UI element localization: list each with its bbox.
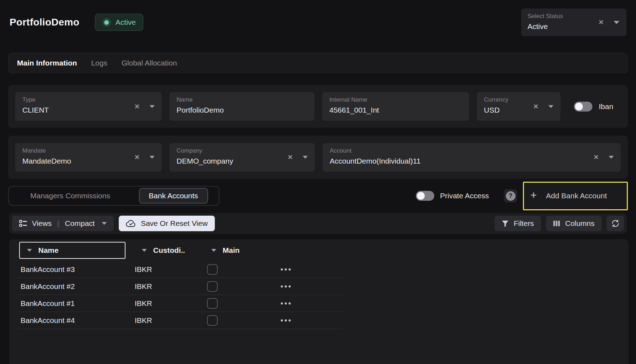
- company-select[interactable]: Company DEMO_company ✕: [169, 143, 315, 172]
- views-icon: [19, 220, 27, 227]
- field-label: Account: [330, 147, 578, 154]
- cell-custodian: IBKR: [135, 299, 207, 308]
- field-label: Mandate: [22, 147, 119, 154]
- save-or-reset-view-label: Save Or Reset View: [141, 219, 208, 228]
- column-header-label: Main: [223, 246, 240, 255]
- currency-select[interactable]: Currency USD ✕: [477, 92, 560, 121]
- cell-custodian: IBKR: [135, 316, 207, 325]
- column-header-main[interactable]: Main: [207, 246, 240, 255]
- column-header-name[interactable]: Name: [19, 242, 125, 259]
- views-mode-value: Compact: [65, 219, 95, 228]
- field-label: Name: [177, 96, 272, 103]
- cell-name: BankAccount #1: [21, 299, 135, 308]
- cloud-check-icon: [126, 220, 136, 228]
- clear-icon[interactable]: ✕: [134, 154, 140, 160]
- chevron-down-icon[interactable]: [150, 105, 155, 108]
- save-or-reset-view-button[interactable]: Save Or Reset View: [119, 216, 215, 231]
- private-access-toggle[interactable]: [416, 191, 434, 201]
- tab-main-information[interactable]: Main Information: [17, 59, 77, 67]
- refresh-button[interactable]: [607, 216, 624, 231]
- add-bank-account-button[interactable]: + Add Bank Account: [523, 182, 628, 210]
- tab-global-allocation[interactable]: Global Allocation: [122, 59, 177, 67]
- row-actions-menu[interactable]: [281, 302, 291, 305]
- field-value: AccountDemo(Individual)11: [330, 157, 578, 165]
- table-row[interactable]: BankAccount #1 IBKR: [16, 295, 343, 312]
- chevron-down-icon[interactable]: [150, 156, 155, 159]
- section-actions: Private Access ? + Add Bank Account: [416, 182, 628, 210]
- add-bank-account-label: Add Bank Account: [546, 192, 607, 200]
- table-row[interactable]: BankAccount #3 IBKR: [16, 261, 343, 278]
- clear-icon[interactable]: ✕: [533, 103, 539, 110]
- section-row: Managers Commissions Bank Accounts Priva…: [8, 183, 628, 208]
- main-tabbar: Main Information Logs Global Allocation: [8, 53, 628, 73]
- tab-logs[interactable]: Logs: [91, 59, 107, 67]
- cell-custodian: IBKR: [135, 282, 207, 291]
- filters-label: Filters: [514, 219, 534, 228]
- chevron-down-icon[interactable]: [548, 105, 553, 108]
- views-dropdown-button[interactable]: Views | Compact: [12, 216, 114, 231]
- field-label: Currency: [484, 96, 518, 103]
- column-menu-icon[interactable]: [27, 249, 32, 252]
- bank-accounts-table: Name Custodi.. Main BankAccount #3 IBKR …: [9, 239, 629, 364]
- toolbar-right-group: Filters Columns: [495, 216, 624, 231]
- field-value: MandateDemo: [22, 157, 119, 165]
- clear-icon[interactable]: ✕: [288, 154, 293, 160]
- field-value: PortfolioDemo: [177, 106, 272, 114]
- cell-name: BankAccount #3: [21, 265, 135, 274]
- cell-name: BankAccount #2: [21, 282, 135, 291]
- clear-icon[interactable]: ✕: [134, 103, 140, 110]
- column-menu-icon[interactable]: [211, 249, 216, 252]
- iban-label: Iban: [599, 102, 613, 111]
- tab-bank-accounts[interactable]: Bank Accounts: [139, 188, 208, 204]
- field-value: DEMO_company: [177, 157, 272, 165]
- status-filter-label: Select Status: [528, 13, 620, 20]
- filters-button[interactable]: Filters: [495, 216, 541, 231]
- main-checkbox[interactable]: [207, 264, 218, 275]
- internal-name-field[interactable]: Internal Name 45661_001_Int: [322, 92, 469, 121]
- filter-icon: [502, 220, 509, 227]
- section-tab-group: Managers Commissions Bank Accounts: [8, 186, 219, 206]
- chevron-down-icon[interactable]: [614, 21, 619, 24]
- column-header-label: Custodi..: [153, 246, 185, 255]
- column-header-custodian[interactable]: Custodi..: [125, 246, 207, 255]
- row-actions-menu[interactable]: [281, 268, 291, 271]
- main-checkbox[interactable]: [207, 281, 218, 292]
- private-access-help-button[interactable]: ?: [504, 189, 517, 203]
- type-select[interactable]: Type CLIENT ✕: [15, 92, 162, 121]
- row-actions-menu[interactable]: [281, 319, 291, 322]
- status-badge-label: Active: [116, 18, 136, 27]
- main-checkbox[interactable]: [207, 298, 218, 309]
- main-checkbox[interactable]: [207, 315, 218, 326]
- iban-toggle[interactable]: [574, 102, 592, 112]
- field-value: USD: [484, 106, 518, 114]
- account-select[interactable]: Account AccountDemo(Individual)11 ✕: [323, 143, 621, 172]
- column-menu-icon[interactable]: [142, 249, 147, 252]
- field-label: Type: [22, 96, 119, 103]
- row-actions-menu[interactable]: [281, 285, 291, 288]
- status-filter-select[interactable]: Select Status Active ✕: [521, 8, 626, 36]
- table-toolbar: Views | Compact Save Or Reset View Filte…: [9, 213, 627, 234]
- columns-icon: [553, 220, 560, 227]
- clear-icon[interactable]: ✕: [598, 19, 604, 25]
- columns-button[interactable]: Columns: [546, 216, 602, 231]
- tab-managers-commissions[interactable]: Managers Commissions: [19, 192, 121, 200]
- views-label: Views: [32, 219, 52, 228]
- divider: |: [57, 219, 59, 228]
- name-field[interactable]: Name PortfolioDemo: [169, 92, 314, 121]
- field-value: 45661_001_Int: [329, 106, 426, 114]
- private-access-label: Private Access: [440, 192, 489, 200]
- page-header: PortfolioDemo Active Select Status Activ…: [10, 7, 626, 38]
- page-title: PortfolioDemo: [10, 17, 79, 28]
- status-dot-icon: [102, 18, 111, 27]
- mandate-select[interactable]: Mandate MandateDemo ✕: [15, 143, 162, 172]
- iban-toggle-group: Iban: [574, 102, 613, 112]
- field-label: Company: [177, 147, 272, 154]
- chevron-down-icon: [102, 222, 107, 225]
- chevron-down-icon[interactable]: [609, 156, 614, 159]
- table-row[interactable]: BankAccount #4 IBKR: [16, 312, 343, 329]
- chevron-down-icon[interactable]: [303, 156, 308, 159]
- cell-name: BankAccount #4: [21, 316, 135, 325]
- clear-icon[interactable]: ✕: [593, 154, 599, 160]
- column-header-label: Name: [38, 246, 58, 255]
- table-row[interactable]: BankAccount #2 IBKR: [16, 278, 343, 295]
